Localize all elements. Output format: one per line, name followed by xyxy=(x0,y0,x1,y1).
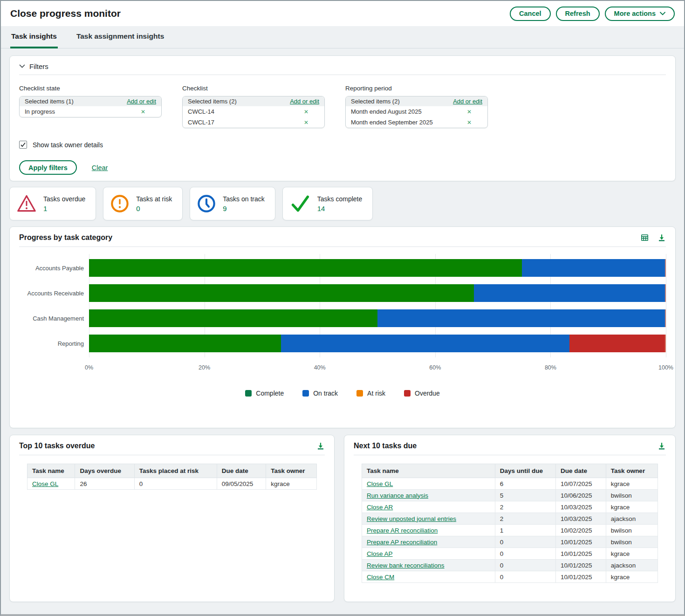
task-link[interactable]: Prepare AP reconciliation xyxy=(367,539,437,546)
kpi-card-tasks-at-risk[interactable]: Tasks at risk 0 xyxy=(103,187,183,220)
table-cell: Close CM xyxy=(362,571,495,583)
tab-task-insights[interactable]: Task insights xyxy=(10,32,58,48)
table-cell: Prepare AR reconciliation xyxy=(362,525,495,536)
task-link[interactable]: Run variance analysis xyxy=(367,492,428,499)
remove-item-icon[interactable]: ✕ xyxy=(141,109,145,115)
chart-category-label: Cash Management xyxy=(19,309,89,327)
kpi-label: Tasks on track xyxy=(223,195,264,203)
bar-segment-complete xyxy=(89,284,474,302)
column-header: Task name xyxy=(362,464,495,478)
chart-plot-area xyxy=(89,259,666,360)
task-link[interactable]: Close GL xyxy=(367,480,393,487)
chevron-down-icon xyxy=(19,64,25,68)
chart-bar-cash-management xyxy=(89,309,666,327)
task-link[interactable]: Prepare AR reconciliation xyxy=(367,527,438,534)
selected-items-count: Selected items (2) xyxy=(188,98,237,105)
add-or-edit-link[interactable]: Add or edit xyxy=(127,98,156,105)
table-cell: 0 xyxy=(495,548,555,560)
legend-item-on-track: On track xyxy=(302,390,338,397)
progress-chart-panel: Progress by task category Accounts Payab… xyxy=(9,226,676,428)
task-link[interactable]: Close CM xyxy=(367,574,394,581)
bar-segment-complete xyxy=(89,309,377,327)
legend-swatch xyxy=(404,390,411,397)
next-due-panel: Next 10 tasks due Task nameDays until du… xyxy=(344,435,676,602)
column-header: Task owner xyxy=(266,464,317,478)
table-row: Close AR210/03/2025kgrace xyxy=(362,501,658,513)
tab-task-assignment-insights[interactable]: Task assignment insights xyxy=(75,32,165,48)
x-axis-tick-label: 100% xyxy=(658,364,673,371)
add-or-edit-link[interactable]: Add or edit xyxy=(453,98,482,105)
remove-item-icon[interactable]: ✕ xyxy=(467,119,472,126)
table-cell: 0 xyxy=(495,560,555,571)
download-icon[interactable] xyxy=(316,442,325,450)
bar-segment-on-track xyxy=(377,309,666,327)
remove-item-icon[interactable]: ✕ xyxy=(304,119,308,126)
cancel-button-label: Cancel xyxy=(519,10,541,17)
refresh-button[interactable]: Refresh xyxy=(556,7,600,21)
chart-category-label: Accounts Receivable xyxy=(19,284,89,302)
table-cell: 5 xyxy=(495,490,555,501)
legend-item-at-risk: At risk xyxy=(356,390,385,397)
task-link[interactable]: Close AP xyxy=(367,550,393,557)
due-table-title: Next 10 tasks due xyxy=(354,442,417,450)
table-cell: 2 xyxy=(495,501,555,513)
table-row: Close GL26009/05/2025kgrace xyxy=(27,478,317,490)
column-header: Due date xyxy=(217,464,266,478)
chart-legend: CompleteOn trackAt riskOverdue xyxy=(19,390,666,397)
table-cell: 10/03/2025 xyxy=(555,513,606,525)
filter-selected-item: Month ended August 2025✕ xyxy=(346,106,487,117)
table-cell: Close GL xyxy=(362,478,495,490)
filter-selected-box: Selected items (1) Add or edit In progre… xyxy=(19,96,162,117)
download-icon[interactable] xyxy=(658,233,666,242)
due-table-body: Close GL610/07/2025kgraceRun variance an… xyxy=(362,478,658,583)
alert-circle-icon xyxy=(110,194,129,213)
table-row: Review bank reconciliations010/01/2025aj… xyxy=(362,560,658,571)
filter-items: In progress✕ xyxy=(20,106,161,117)
table-cell: Close AR xyxy=(362,501,495,513)
warning-triangle-icon xyxy=(17,194,36,213)
task-link[interactable]: Close AR xyxy=(367,504,393,511)
overdue-panel-header: Top 10 tasks overdue xyxy=(19,442,325,455)
cancel-button[interactable]: Cancel xyxy=(510,7,551,21)
filter-box-header: Selected items (1) Add or edit xyxy=(20,96,161,106)
bar-segment-on-track xyxy=(281,335,569,352)
show-task-owner-checkbox[interactable] xyxy=(19,141,27,149)
table-cell: ajackson xyxy=(606,560,658,571)
bar-edge xyxy=(665,259,666,277)
remove-item-icon[interactable]: ✕ xyxy=(304,109,308,115)
legend-item-complete: Complete xyxy=(245,390,284,397)
clear-filters-link[interactable]: Clear xyxy=(92,164,108,171)
legend-swatch xyxy=(356,390,363,397)
table-view-icon[interactable] xyxy=(640,233,649,242)
legend-label: On track xyxy=(313,390,338,397)
task-link[interactable]: Close GL xyxy=(32,480,58,487)
task-link[interactable]: Review bank reconciliations xyxy=(367,562,445,569)
apply-filters-button[interactable]: Apply filters xyxy=(19,160,77,175)
table-cell: 10/06/2025 xyxy=(555,490,606,501)
title-bar: Close progress monitor Cancel Refresh Mo… xyxy=(1,1,684,26)
kpi-value: 9 xyxy=(223,205,264,212)
download-icon[interactable] xyxy=(658,442,666,450)
more-actions-button[interactable]: More actions xyxy=(605,7,675,21)
table-row: Close GL610/07/2025kgrace xyxy=(362,478,658,490)
kpi-card-tasks-overdue[interactable]: Tasks overdue 1 xyxy=(9,187,96,220)
due-panel-header: Next 10 tasks due xyxy=(354,442,666,455)
remove-item-icon[interactable]: ✕ xyxy=(467,109,472,115)
filters-collapse-toggle[interactable]: Filters xyxy=(19,62,666,75)
add-or-edit-link[interactable]: Add or edit xyxy=(290,98,319,105)
page-content: Filters Checklist state Selected items (… xyxy=(1,48,684,602)
column-header: Task owner xyxy=(606,464,658,478)
overdue-table-head: Task nameDays overdueTasks placed at ris… xyxy=(27,464,317,478)
table-cell: 1 xyxy=(495,525,555,536)
table-cell: 10/01/2025 xyxy=(555,536,606,548)
stacked-bar-chart: Accounts PayableAccounts ReceivableCash … xyxy=(19,259,666,360)
x-axis-tick-label: 40% xyxy=(314,364,326,371)
due-header-icons xyxy=(658,442,666,450)
selected-items-count: Selected items (1) xyxy=(25,98,74,105)
task-link[interactable]: Review unposted journal entries xyxy=(367,515,456,522)
kpi-card-tasks-on-track[interactable]: Tasks on track 9 xyxy=(190,187,275,220)
filter-selected-item: CWCL-14✕ xyxy=(183,106,324,117)
kpi-card-tasks-complete[interactable]: Tasks complete 14 xyxy=(282,187,373,220)
overdue-table-title: Top 10 tasks overdue xyxy=(19,442,95,450)
legend-label: At risk xyxy=(367,390,385,397)
